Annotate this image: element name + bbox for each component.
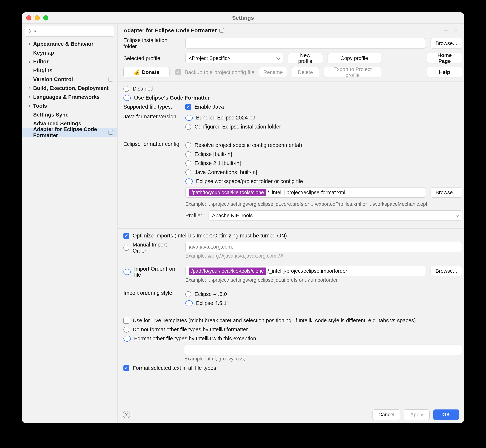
sidebar-item-editor[interactable]: ›Editor <box>22 57 117 66</box>
from-file-browse-button[interactable]: Browse... <box>431 266 462 276</box>
efc-ws-radio[interactable] <box>185 178 193 184</box>
sidebar-item-label: Version Control <box>33 76 73 82</box>
sidebar-item-plugins[interactable]: Plugins <box>22 66 117 75</box>
sidebar-item-settings-sync[interactable]: Settings Sync <box>22 110 117 119</box>
sidebar-item-label: Adapter for Eclipse Code Formatter <box>33 126 117 138</box>
ordering-label: Import ordering style: <box>123 290 180 296</box>
main-panel: Adapter for Eclipse Code Formatter ← → E… <box>118 24 464 423</box>
mode-disabled-label: Disabled <box>133 86 153 92</box>
nav-back-icon[interactable]: ← <box>443 27 449 33</box>
format-except-input[interactable] <box>184 344 462 355</box>
manual-order-radio[interactable] <box>123 245 129 251</box>
install-folder-label: Eclipse installation folder <box>123 37 180 49</box>
jfv-bundled-radio[interactable] <box>185 115 193 121</box>
install-folder-input[interactable] <box>185 38 426 48</box>
ok-button[interactable]: OK <box>433 409 459 420</box>
jfv-bundled-label: Bundled Eclipse 2024-09 <box>196 115 255 121</box>
copy-profile-button[interactable]: Copy profile <box>328 53 381 64</box>
mode-use-radio[interactable] <box>123 95 131 101</box>
efc-conv-radio[interactable] <box>185 169 191 175</box>
jfv-configured-label: Configured Eclipse installation folder <box>195 124 281 130</box>
no-format-radio[interactable] <box>123 327 129 333</box>
svg-line-1 <box>30 32 32 33</box>
enable-java-checkbox[interactable] <box>185 104 191 110</box>
format-except-example: Example: html; groovy; css; <box>184 356 462 362</box>
window-title: Settings <box>232 15 254 21</box>
sidebar-item-appearance-behavior[interactable]: ›Appearance & Behavior <box>22 40 117 48</box>
efc-ws-label: Eclipse workspace/project folder or conf… <box>196 178 303 184</box>
sidebar-item-build-execution-deployment[interactable]: ›Build, Execution, Deployment <box>22 84 117 93</box>
sidebar-item-label: Editor <box>33 59 49 65</box>
sidebar-item-version-control[interactable]: ›Version Control <box>22 75 117 84</box>
manual-order-input <box>185 242 462 252</box>
format-selected-checkbox[interactable] <box>123 365 129 371</box>
search-input[interactable]: ▾ <box>25 26 114 37</box>
export-button: Export to Project profile <box>324 67 381 77</box>
nav-forward-icon: → <box>453 27 458 33</box>
sidebar-item-label: Advanced Settings <box>33 120 81 127</box>
efc-profile-label: Profile: <box>185 213 204 219</box>
format-except-label: Format other file types by IntelliJ with… <box>134 336 258 342</box>
efc-profile-select[interactable]: Apache KIE Tools <box>209 210 462 221</box>
efc-conv-label: Java Conventions [built-in] <box>195 169 257 175</box>
jfv-label: Java formatter version: <box>123 113 180 120</box>
optimize-imports-checkbox[interactable] <box>123 233 129 239</box>
sidebar-item-label: Build, Execution, Deployment <box>33 85 109 91</box>
from-file-radio[interactable] <box>123 269 131 275</box>
from-file-example: Example: ...\project\.settings\org.eclip… <box>185 277 462 283</box>
enable-java-label: Enable Java <box>195 104 224 110</box>
page-title: Adapter for Eclipse Code Formatter <box>123 27 217 33</box>
zoom-icon[interactable] <box>43 15 48 20</box>
cancel-button[interactable]: Cancel <box>373 409 400 420</box>
jfv-configured-radio[interactable] <box>185 124 191 130</box>
sidebar-item-label: Languages & Frameworks <box>33 94 100 100</box>
sidebar-item-tools[interactable]: ›Tools <box>22 101 117 110</box>
close-icon[interactable] <box>26 15 31 20</box>
selected-profile-select[interactable]: <Project Specific> <box>185 53 283 64</box>
mode-use-label: Use Eclipse's Code Formatter <box>134 95 210 101</box>
help-icon[interactable]: ? <box>123 411 130 418</box>
sidebar-item-label: Settings Sync <box>33 112 69 118</box>
from-file-path-input[interactable]: /path/to/your/local/kie-tools/clone /_in… <box>185 266 426 276</box>
efc-resolve-label: Resolve project specific config (experim… <box>195 142 302 148</box>
efc-path-rest: /_intellij-project/eclipse-format.xml <box>267 190 345 195</box>
optimize-imports-label: Optimize Imports (IntelliJ's Import Opti… <box>133 233 287 239</box>
mode-disabled-radio[interactable] <box>123 86 129 92</box>
apply-button: Apply <box>404 409 430 420</box>
sidebar-item-adapter-for-eclipse-code-formatter[interactable]: Adapter for Eclipse Code Formatter <box>22 128 117 137</box>
home-page-button[interactable]: Home Page <box>427 53 462 64</box>
format-except-radio[interactable] <box>123 336 131 342</box>
backup-checkbox <box>175 69 181 75</box>
efc-e21-radio[interactable] <box>185 160 191 166</box>
sidebar-item-languages-frameworks[interactable]: ›Languages & Frameworks <box>22 93 117 101</box>
efc-ebi-radio[interactable] <box>185 151 191 157</box>
new-profile-button[interactable]: New profile <box>288 53 323 64</box>
sidebar-item-label: Plugins <box>33 67 53 73</box>
donate-button[interactable]: 💰 Donate <box>123 67 170 77</box>
donate-icon: 💰 <box>133 69 140 75</box>
ordering-b-radio[interactable] <box>185 300 193 306</box>
sidebar-item-label: Tools <box>33 103 47 109</box>
efc-path-input[interactable]: /path/to/your/local/kie-tools/clone /_in… <box>185 187 426 198</box>
chevron-right-icon: › <box>26 103 33 108</box>
efc-resolve-radio[interactable] <box>185 142 191 148</box>
backup-label: Backup to a project config file <box>185 69 254 75</box>
live-templates-checkbox[interactable] <box>123 318 129 324</box>
format-selected-label: Format selected text in all file types <box>133 365 216 371</box>
selected-profile-value: <Project Specific> <box>189 55 230 61</box>
ordering-b-label: Eclipse 4.5.1+ <box>196 300 230 306</box>
sidebar-item-keymap[interactable]: Keymap <box>22 48 117 57</box>
settings-tree: ›Appearance & BehaviorKeymap›EditorPlugi… <box>22 38 117 137</box>
help-button[interactable]: Help <box>427 67 462 77</box>
window-controls <box>26 15 48 20</box>
install-folder-browse-button[interactable]: Browse... <box>431 38 462 48</box>
project-scope-icon <box>109 77 113 81</box>
manual-order-example: Example: \#org;\#java;java;javax;org;com… <box>185 253 462 259</box>
sidebar-item-label: Appearance & Behavior <box>33 41 94 47</box>
supported-label: Supported file types: <box>123 104 180 110</box>
sidebar: ▾ ›Appearance & BehaviorKeymap›EditorPlu… <box>22 24 118 423</box>
efc-browse-button[interactable]: Browse... <box>431 187 462 198</box>
minimize-icon[interactable] <box>35 15 40 20</box>
ordering-a-radio[interactable] <box>185 291 191 297</box>
chevron-right-icon: › <box>26 59 33 64</box>
